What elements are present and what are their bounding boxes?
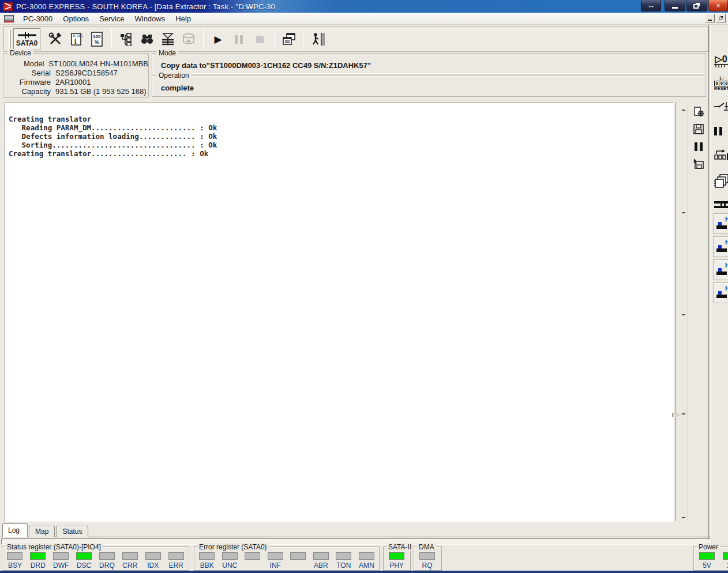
bus-test-button[interactable] [714,149,728,161]
power-pause-button[interactable] [714,127,722,135]
counter-zero-button[interactable]: ▷0 [714,55,728,68]
mdi-minimize-button[interactable] [705,14,715,22]
led-indicator [336,552,351,560]
power-title: Power [697,543,720,551]
scale-100-button[interactable]: 100 % [87,29,107,50]
pause-button[interactable] [228,29,249,50]
device-field-label: Capacity [3,87,55,96]
tab-map[interactable]: Map [29,526,55,537]
stop-button[interactable] [249,29,270,50]
led-label: ERR [168,561,183,570]
windows-cascade-button[interactable] [279,29,299,50]
led-cell-unc: UNC [219,552,242,570]
device-group: Device ModelST1000LM024 HN-M101MBBSerial… [3,53,149,98]
led-indicator [290,552,306,560]
sata-connector-button[interactable] [714,200,728,209]
structure-button[interactable] [116,29,137,50]
led-label: BSY [8,561,22,570]
tab-status[interactable]: Status [56,526,88,537]
log-slider[interactable] [674,103,688,522]
led-cell-drd: DRD [27,552,50,570]
led-cell-blank [287,552,310,570]
led-label: DRQ [99,561,115,570]
minimize-button[interactable] [665,0,685,12]
led-cell-rq: RQ [415,552,439,570]
menu-item-options[interactable]: Options [58,13,94,24]
mdi-restore-button[interactable] [716,14,726,22]
start-button[interactable]: ▶ [208,29,228,50]
restore-button[interactable] [686,0,707,12]
slider-tick [682,413,685,414]
log-panel[interactable]: Creating translator Reading PARAM_DM....… [5,103,674,522]
led-cell-blank [241,552,264,570]
log-settings-icon [693,106,704,118]
save-log-icon [693,123,704,135]
ruler-icon [714,64,728,68]
device-field-value: 931.51 GB (1 953 525 168) [55,87,147,96]
led-cell-amn: AMN [355,552,378,570]
title-bar: PC-3000 EXPRESS - SOUTH KOREA - [Data Ex… [0,0,728,13]
close-icon: × [716,1,721,10]
filter-button[interactable] [157,29,178,50]
head-button-1[interactable]: H [713,213,728,234]
led-indicator [723,552,728,560]
head-buttons: HHHH [713,213,728,306]
head-stack-icon [716,222,728,229]
led-label: TON [336,561,351,570]
export-log-button[interactable] [692,157,706,170]
menu-item-pc-3000[interactable]: PC-3000 [18,13,58,24]
led-label: ABR [314,561,328,570]
save-log-button[interactable] [692,123,706,135]
log-settings-button[interactable] [692,105,706,118]
filter-funnel-icon [160,32,175,46]
reset-label: RESET [714,86,728,91]
relay-icon [714,101,728,112]
close-button[interactable]: × [708,0,728,12]
menu-item-windows[interactable]: Windows [129,13,170,24]
led-label: DRD [31,561,46,570]
slider-tick [682,314,685,315]
device-field-label: Serial [3,69,55,78]
report-button[interactable]: 0|10| i [66,29,87,50]
resize-button[interactable]: ↔ [641,0,661,12]
led-cell-crr: CRR [118,552,141,570]
database-button[interactable] [178,29,199,50]
led-indicator [99,552,115,560]
search-button[interactable] [137,29,157,50]
pause-log-button[interactable] [692,140,706,153]
tab-strip: LogMapStatus [2,523,89,537]
tab-log[interactable]: Log [2,523,28,537]
power-group: Power 5V12 [693,546,728,571]
head-button-2[interactable]: H [713,236,728,257]
head-button-4[interactable]: H [713,282,728,303]
led-label: DSC [77,561,91,570]
led-indicator [168,552,184,560]
led-cell-bbk: BBK [196,552,219,570]
exit-button[interactable] [308,29,329,50]
chip-copy-button[interactable] [714,174,728,189]
mode-group: Mode Copy data to"ST1000DM003-1CH162 CC4… [152,53,706,74]
led-indicator [389,552,404,560]
log-slider-track[interactable] [676,103,677,522]
app-logo-icon [3,2,13,11]
head-button-3[interactable]: H [713,259,728,280]
led-label: PHY [389,561,404,570]
menu-item-service[interactable]: Service [94,13,129,24]
mode-group-title: Mode [156,49,178,57]
led-cell-phy: PHY [385,552,408,570]
menu-item-help[interactable]: Help [170,13,196,24]
led-indicator [145,552,161,560]
status-register-title: Status register (SATA0)-[PIO4] [5,543,103,551]
tree-icon [119,32,133,46]
restore-icon [693,4,699,9]
sata0-port-button[interactable]: SATA0 [13,28,40,50]
toolbar-separator [111,29,112,49]
utilities-button[interactable] [45,29,66,50]
reset-button[interactable]: 1↓ 0|0|0 RESET [714,76,728,91]
led-indicator [313,552,329,560]
sata2-title: SATA-II [386,543,413,551]
window-title: PC-3000 EXPRESS - SOUTH KOREA - [Data Ex… [16,2,275,11]
led-indicator [245,552,260,560]
relay-button[interactable] [714,101,728,112]
status-bar: Status register (SATA0)-[PIO4] BSYDRDDWF… [0,545,728,571]
